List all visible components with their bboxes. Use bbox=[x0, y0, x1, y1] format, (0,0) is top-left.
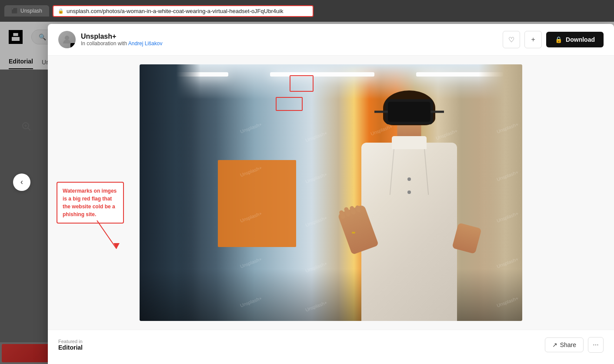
browser-chrome: ⬛ Unsplash 🔒 unsplash.com/photos/a-woman… bbox=[0, 0, 614, 22]
svg-line-3 bbox=[28, 128, 30, 130]
featured-label: Featured in bbox=[58, 339, 83, 344]
address-bar[interactable]: 🔒 unsplash.com/photos/a-woman-in-a-white… bbox=[53, 5, 314, 17]
lock-download-icon: 🔒 bbox=[555, 36, 562, 43]
coat-lapel-line bbox=[424, 143, 429, 195]
vr-headset bbox=[385, 99, 433, 124]
modal-header-left: + Unsplash+ In collaboration with Andrej… bbox=[58, 31, 162, 48]
coat-lapel-line bbox=[390, 143, 395, 195]
more-icon: ··· bbox=[593, 341, 598, 349]
callout-arrow-svg bbox=[93, 220, 127, 255]
share-button[interactable]: ↗ Share bbox=[545, 337, 584, 352]
avatar: + bbox=[58, 31, 76, 48]
featured-in-section: Featured in Editorial bbox=[58, 339, 83, 351]
plus-icon: + bbox=[531, 36, 535, 43]
photo-modal: + Unsplash+ In collaboration with Andrej… bbox=[48, 24, 614, 364]
unsplash-plus-badge: + bbox=[70, 43, 76, 48]
download-button[interactable]: 🔒 Download bbox=[546, 32, 604, 47]
collab-info: In collaboration with Andrej Lišakov bbox=[81, 40, 162, 47]
modal-header-right: ♡ + 🔒 Download bbox=[503, 31, 604, 48]
tab-title: Unsplash bbox=[20, 8, 42, 14]
vr-screen bbox=[388, 102, 430, 122]
modal-footer-right: ↗ Share ··· bbox=[545, 337, 604, 353]
share-label: Share bbox=[560, 341, 576, 348]
turtleneck bbox=[392, 136, 427, 149]
ceiling-light bbox=[270, 72, 374, 77]
modal-body: Unsplash+ Unsplash+ Unsplash+ Unsplash+ … bbox=[48, 56, 614, 364]
annotation-callout: Watermarks on imges is a big red flag th… bbox=[57, 182, 124, 224]
coat-button bbox=[407, 190, 411, 194]
callout-box: Watermarks on imges is a big red flag th… bbox=[57, 182, 124, 224]
share-icon: ↗ bbox=[552, 341, 557, 348]
modal-footer: Featured in Editorial ↗ Share ··· bbox=[48, 330, 614, 360]
svg-point-6 bbox=[65, 36, 69, 40]
modal-header-info: Unsplash+ In collaboration with Andrej L… bbox=[81, 33, 162, 47]
heart-icon: ♡ bbox=[508, 36, 514, 44]
left-nav-arrow[interactable]: ‹ bbox=[13, 174, 30, 191]
coat-button bbox=[407, 177, 411, 181]
brand-name: Unsplash+ bbox=[81, 33, 162, 40]
browser-tab[interactable]: ⬛ Unsplash bbox=[4, 5, 49, 17]
orange-box bbox=[218, 160, 296, 247]
like-button[interactable]: ♡ bbox=[503, 31, 520, 48]
finger bbox=[355, 205, 361, 213]
zoom-icon bbox=[22, 122, 31, 134]
address-bar-wrapper: 🔒 unsplash.com/photos/a-woman-in-a-white… bbox=[53, 5, 610, 17]
tab-favicon: ⬛ bbox=[11, 8, 18, 14]
coat-body bbox=[361, 143, 457, 321]
featured-value: Editorial bbox=[58, 344, 83, 351]
image-container: Unsplash+ Unsplash+ Unsplash+ Unsplash+ … bbox=[48, 56, 614, 330]
lock-icon: 🔒 bbox=[58, 8, 64, 14]
add-to-collection-button[interactable]: + bbox=[524, 31, 542, 48]
ceiling-lights bbox=[159, 72, 503, 77]
modal-header: + Unsplash+ In collaboration with Andrej… bbox=[48, 24, 614, 56]
url-text: unsplash.com/photos/a-woman-in-a-white-c… bbox=[67, 8, 284, 14]
more-options-button[interactable]: ··· bbox=[588, 337, 604, 353]
collab-link[interactable]: Andrej Lišakov bbox=[128, 40, 163, 47]
ring bbox=[352, 232, 355, 234]
callout-text: Watermarks on imges is a big red flag th… bbox=[63, 188, 117, 217]
photo-wrapper: Unsplash+ Unsplash+ Unsplash+ Unsplash+ … bbox=[140, 64, 522, 321]
svg-line-7 bbox=[97, 220, 117, 249]
person bbox=[348, 86, 470, 321]
